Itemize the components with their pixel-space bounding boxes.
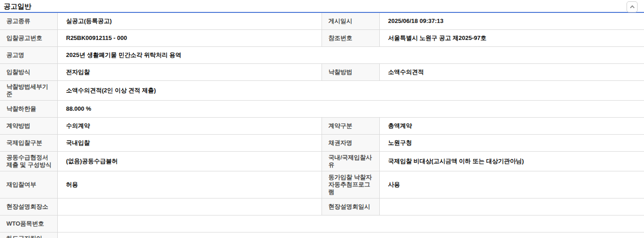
- table-row-rebid: 재입찰여부 허용 동가입찰 낙찰자 자동추첨프로그램 사용: [0, 171, 644, 198]
- page-title: 공고일반: [4, 3, 31, 10]
- award-method-label: 낙찰방법: [322, 64, 380, 80]
- site-briefing-place-label: 현장설명회장소: [0, 198, 58, 215]
- subcontract-keeper-label: 하도급지킴이 적용여부: [0, 232, 58, 238]
- contract-method-value: 수의계약: [58, 118, 322, 134]
- notice-general-panel: 공고일반 공고종류 실공고(등록공고) 게시일시 2025/06/18 09:3…: [0, 0, 644, 238]
- chevron-up-icon: [630, 6, 634, 10]
- post-datetime-value: 2025/06/18 09:37:13: [380, 13, 644, 29]
- table-row-wto-item-no: WTO품목번호: [0, 215, 644, 232]
- table-row-notice-type: 공고종류 실공고(등록공고) 게시일시 2025/06/18 09:37:13: [0, 13, 644, 30]
- joint-supply-agreement-value: (없음)공동수급불허: [58, 152, 322, 171]
- table-row-joint-supply: 공동수급협정서 제출 및 구성방식 (없음)공동수급불허 국내/국제입찰사유 국…: [0, 152, 644, 171]
- table-row-award-lower-limit-rate: 낙찰하한율 88.000 %: [0, 101, 644, 118]
- award-method-detail-label: 낙찰방법세부기준: [0, 81, 58, 100]
- notice-info-table: 공고종류 실공고(등록공고) 게시일시 2025/06/18 09:37:13 …: [0, 13, 644, 238]
- notice-title-value: 2025년 생활폐기물 민간소각 위탁처리 용역: [58, 47, 644, 63]
- notice-title-label: 공고명: [0, 47, 58, 63]
- table-row-subcontract-keeper: 하도급지킴이 적용여부: [0, 232, 644, 238]
- table-row-bid-notice-no: 입찰공고번호 R25BK00912115 - 000 참조번호 서울특별시 노원…: [0, 30, 644, 47]
- contract-type-value: 총액계약: [380, 118, 644, 134]
- site-briefing-datetime-label: 현장설명회일시: [322, 198, 380, 215]
- table-row-site-briefing: 현장설명회장소 현장설명회일시: [0, 198, 644, 215]
- intl-bid-class-label: 국제입찰구분: [0, 135, 58, 151]
- tie-bid-auto-draw-value: 사용: [380, 171, 644, 198]
- post-datetime-label: 게시일시: [322, 13, 380, 29]
- bid-notice-no-value: R25BK00912115 - 000: [58, 30, 322, 46]
- wto-item-no-value: [58, 215, 644, 232]
- joint-supply-agreement-label: 공동수급협정서 제출 및 구성방식: [0, 152, 58, 171]
- creditor-name-label: 채권자명: [322, 135, 380, 151]
- reference-no-label: 참조번호: [322, 30, 380, 46]
- rebid-allowed-label: 재입찰여부: [0, 171, 58, 198]
- reference-no-value: 서울특별시 노원구 공고 제2025-97호: [380, 30, 644, 46]
- creditor-name-value: 노원구청: [380, 135, 644, 151]
- table-row-contract-method: 계약방법 수의계약 계약구분 총액계약: [0, 118, 644, 135]
- bid-method-value: 전자입찰: [58, 64, 322, 80]
- bid-notice-no-label: 입찰공고번호: [0, 30, 58, 46]
- domestic-intl-reason-value: 국제입찰 비대상(고시금액 이하 또는 대상기관아님): [380, 152, 644, 171]
- collapse-section-button[interactable]: [627, 1, 638, 12]
- table-row-award-method-detail: 낙찰방법세부기준 소액수의견적(2인 이상 견적 제출): [0, 81, 644, 101]
- bid-method-label: 입찰방식: [0, 64, 58, 80]
- table-row-bid-method: 입찰방식 전자입찰 낙찰방법 소액수의견적: [0, 64, 644, 81]
- tie-bid-auto-draw-label: 동가입찰 낙찰자 자동추첨프로그램: [322, 171, 380, 198]
- domestic-intl-reason-label: 국내/국제입찰사유: [322, 152, 380, 171]
- contract-method-label: 계약방법: [0, 118, 58, 134]
- site-briefing-place-value: [58, 198, 322, 215]
- award-method-value: 소액수의견적: [380, 64, 644, 80]
- subcontract-keeper-value: [58, 232, 644, 238]
- award-lower-limit-rate-value: 88.000 %: [58, 101, 644, 117]
- notice-type-value: 실공고(등록공고): [58, 13, 322, 29]
- rebid-allowed-value: 허용: [58, 171, 322, 198]
- panel-header: 공고일반: [0, 0, 644, 13]
- contract-type-label: 계약구분: [322, 118, 380, 134]
- award-method-detail-value: 소액수의견적(2인 이상 견적 제출): [58, 81, 644, 100]
- table-row-notice-title: 공고명 2025년 생활폐기물 민간소각 위탁처리 용역: [0, 47, 644, 64]
- site-briefing-datetime-value: [380, 198, 644, 215]
- intl-bid-class-value: 국내입찰: [58, 135, 322, 151]
- table-row-intl-bid-class: 국제입찰구분 국내입찰 채권자명 노원구청: [0, 135, 644, 152]
- notice-type-label: 공고종류: [0, 13, 58, 29]
- award-lower-limit-rate-label: 낙찰하한율: [0, 101, 58, 117]
- wto-item-no-label: WTO품목번호: [0, 215, 58, 232]
